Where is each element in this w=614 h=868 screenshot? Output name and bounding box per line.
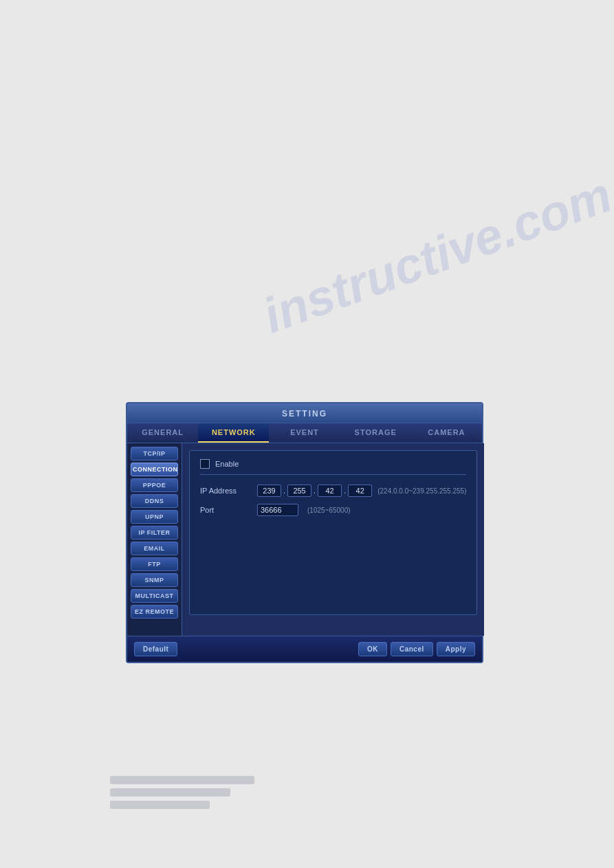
ip-address-row: IP Address . . . (224.0.0.0~239.255.255.… [200, 485, 466, 497]
tab-network[interactable]: NETWORK [198, 423, 269, 443]
dialog-body: TCP/IP CONNECTION PPPOE DDNS UPNP IP FIL… [127, 443, 482, 636]
footer-right: OK Cancel Apply [358, 642, 475, 656]
enable-label: Enable [215, 460, 239, 468]
port-label: Port [200, 506, 252, 514]
ip-inputs: . . . (224.0.0.0~239.255.255.255) [257, 485, 466, 497]
sidebar-item-snmp[interactable]: SNMP [131, 573, 178, 587]
port-row: Port (1025~65000) [200, 504, 466, 516]
sidebar-item-multicast[interactable]: MULTICAST [131, 589, 178, 603]
ok-button[interactable]: OK [358, 642, 387, 656]
sidebar-item-pppoe[interactable]: PPPOE [131, 478, 178, 492]
decorative-bar-2 [110, 788, 230, 797]
dialog-footer: Default OK Cancel Apply [127, 636, 482, 662]
bottom-bars [110, 776, 254, 813]
sidebar-item-ezremote[interactable]: EZ REMOTE [131, 605, 178, 619]
enable-checkbox[interactable] [200, 459, 210, 469]
ip-dot-2: . [314, 487, 316, 495]
tab-storage[interactable]: STORAGE [340, 423, 411, 443]
content-panel: Enable IP Address . . . (224.0.0.0~239.2… [189, 450, 477, 615]
port-input[interactable] [257, 504, 298, 516]
port-range-hint: (1025~65000) [307, 507, 351, 514]
ip-octet-4[interactable] [348, 485, 372, 497]
decorative-bar-3 [110, 801, 210, 809]
tab-event[interactable]: EVENT [269, 423, 340, 443]
content-area: Enable IP Address . . . (224.0.0.0~239.2… [182, 443, 484, 636]
ip-octet-2[interactable] [287, 485, 311, 497]
footer-left: Default [134, 642, 177, 656]
sidebar-item-ipfilter[interactable]: IP FILTER [131, 526, 178, 539]
tab-camera[interactable]: CAMERA [411, 423, 482, 443]
ip-octet-1[interactable] [257, 485, 281, 497]
tab-bar: GENERAL NETWORK EVENT STORAGE CAMERA [127, 423, 482, 443]
cancel-button[interactable]: Cancel [391, 642, 433, 656]
sidebar-item-email[interactable]: EMAIL [131, 542, 178, 555]
ip-dot-1: . [283, 487, 285, 495]
apply-button[interactable]: Apply [437, 642, 475, 656]
tab-general[interactable]: GENERAL [127, 423, 198, 443]
ip-octet-3[interactable] [318, 485, 342, 497]
sidebar-item-connection[interactable]: CONNECTION [131, 463, 178, 476]
settings-dialog: SETTING GENERAL NETWORK EVENT STORAGE CA… [126, 402, 483, 663]
decorative-bar-1 [110, 776, 254, 784]
ip-address-label: IP Address [200, 487, 252, 495]
ip-range-hint: (224.0.0.0~239.255.255.255) [377, 487, 466, 495]
sidebar-item-tcpip[interactable]: TCP/IP [131, 447, 178, 460]
ip-dot-3: . [344, 487, 346, 495]
sidebar-item-ftp[interactable]: FTP [131, 557, 178, 571]
sidebar-item-ddns[interactable]: DDNS [131, 494, 178, 508]
dialog-title: SETTING [282, 409, 327, 419]
enable-row: Enable [200, 459, 466, 475]
sidebar-item-upnp[interactable]: UPNP [131, 510, 178, 524]
sidebar-nav: TCP/IP CONNECTION PPPOE DDNS UPNP IP FIL… [127, 443, 182, 636]
default-button[interactable]: Default [134, 642, 177, 656]
dialog-titlebar: SETTING [127, 403, 482, 423]
